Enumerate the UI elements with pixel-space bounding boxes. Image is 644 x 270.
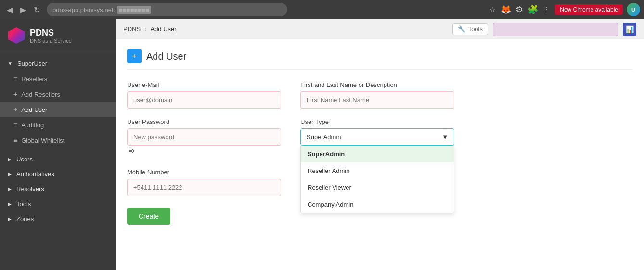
main-content: PDNS › Add User 🔧 Tools 📊 + [116,19,644,270]
profile-avatar[interactable]: U [627,3,640,16]
name-label: First and Last Name or Description [300,81,454,88]
sidebar-item-label: Add Resellers [21,91,60,98]
breadcrumb-root[interactable]: PDNS [123,25,141,33]
breadcrumb-separator: › [144,25,146,33]
sidebar-item-label: Auditlog [21,122,44,129]
password-label: User Password [127,118,281,125]
email-group: User e-Mail [127,81,281,109]
back-button[interactable]: ◀ [4,3,15,16]
sidebar-item-label: Resellers [21,75,47,83]
sidebar-item-label: Add User [21,106,47,113]
chevron-right-icon: ▶ [8,157,12,162]
dropdown-option-reseller-viewer[interactable]: Reseller Viewer [301,179,454,196]
sidebar: PDNS DNS as a Service ▼ SuperUser ≡ Rese… [0,19,116,270]
list-icon: ≡ [13,121,17,129]
reload-button[interactable]: ↻ [31,3,43,16]
user-type-select-wrapper: SuperAdmin ▼ SuperAdmin Reseller Admin R… [300,128,454,146]
password-input[interactable] [127,128,281,146]
browser-icons: ☆ 🦊 ⚙ 🧩 ⋮ New Chrome available U [488,3,640,16]
app-subtitle: DNS as a Service [30,38,72,44]
list-icon: ≡ [13,75,17,83]
url-highlight: ■■■■■■■■ [117,6,151,14]
sidebar-item-label: Global Whitelist [21,137,64,144]
tools-icon: 🔧 [458,25,465,33]
plus-icon: + [13,106,17,113]
sidebar-group-label: Resolvers [16,185,44,193]
dropdown-option-company-admin[interactable]: Company Admin [301,196,454,213]
selected-option: SuperAdmin [307,134,341,141]
page-title: Add User [146,51,186,62]
extension-icon[interactable]: 🧩 [528,5,538,14]
top-search-input[interactable] [493,23,618,36]
sidebar-group-zones[interactable]: ▶ Zones [0,211,116,226]
tools-button[interactable]: 🔧 Tools [452,23,488,35]
sidebar-group-label: Authoritatives [16,171,54,178]
name-group: First and Last Name or Description [300,81,454,109]
url-prefix: pdns-app.planisys.net: [52,6,115,13]
firefox-icon[interactable]: 🦊 [501,5,511,14]
sidebar-superuser-section: ▼ SuperUser ≡ Resellers + Add Resellers … [0,52,116,152]
eye-icon[interactable]: 👁 [127,147,135,156]
sidebar-item-add-resellers[interactable]: + Add Resellers [0,86,116,102]
user-type-dropdown: SuperAdmin Reseller Admin Reseller Viewe… [300,146,454,213]
top-bar-right: 🔧 Tools 📊 [452,23,636,36]
sidebar-group-superuser[interactable]: ▼ SuperUser [0,56,116,71]
page-content: + Add User User e-Mail First and Last Na… [116,39,644,270]
sidebar-item-auditlog[interactable]: ≡ Auditlog [0,117,116,133]
chevron-right-icon: ▶ [8,216,12,221]
mobile-input[interactable] [127,179,281,196]
sidebar-group-label: Zones [16,215,34,222]
sidebar-item-resellers[interactable]: ≡ Resellers [0,71,116,86]
logo-cube [8,27,25,44]
create-button[interactable]: Create [127,208,170,225]
top-bar: PDNS › Add User 🔧 Tools 📊 [116,19,644,39]
sidebar-group-label: Users [16,156,33,163]
sidebar-item-global-whitelist[interactable]: ≡ Global Whitelist [0,133,116,148]
chevron-down-icon: ▼ [8,61,13,66]
add-user-icon: + [127,49,142,63]
plus-icon: + [132,52,136,61]
user-type-label: User Type [300,118,454,125]
breadcrumb: PDNS › Add User [123,25,177,33]
name-input[interactable] [300,91,454,109]
sidebar-group-tools[interactable]: ▶ Tools [0,196,116,211]
dropdown-option-superadmin[interactable]: SuperAdmin [301,146,454,162]
add-user-form: User e-Mail First and Last Name or Descr… [127,81,454,196]
breadcrumb-current: Add User [150,25,176,33]
sidebar-group-authoritatives[interactable]: ▶ Authoritatives [0,167,116,182]
tools-label: Tools [468,25,483,33]
chevron-right-icon: ▶ [8,201,12,207]
chevron-right-icon: ▶ [8,186,12,192]
chevron-right-icon: ▶ [8,172,12,177]
star-icon[interactable]: ☆ [488,5,497,14]
user-type-select[interactable]: SuperAdmin ▼ [300,128,454,146]
password-group: User Password 👁 [127,118,281,146]
app-container: PDNS DNS as a Service ▼ SuperUser ≡ Rese… [0,19,644,270]
address-bar[interactable]: pdns-app.planisys.net: ■■■■■■■■ [47,3,287,16]
logo-text: PDNS DNS as a Service [30,28,72,44]
mobile-label: Mobile Number [127,169,281,176]
sidebar-item-add-user[interactable]: + Add User [0,102,116,117]
user-type-group: User Type SuperAdmin ▼ SuperAdmin Resell… [300,118,454,146]
browser-bar: ◀ ▶ ↻ pdns-app.planisys.net: ■■■■■■■■ ☆ … [0,0,644,19]
forward-button[interactable]: ▶ [17,3,29,16]
logo-icon [8,27,25,44]
email-input[interactable] [127,91,281,109]
sidebar-logo: PDNS DNS as a Service [0,19,116,52]
profile-initials: U [631,7,635,12]
browser-nav: ◀ ▶ ↻ [4,3,43,16]
sidebar-group-label: Tools [16,200,31,208]
dropdown-arrow-icon: ▼ [442,134,448,141]
dropdown-option-reseller-admin[interactable]: Reseller Admin [301,162,454,179]
chrome-icon[interactable]: ⚙ [515,5,524,14]
menu-icon[interactable]: ⋮ [541,5,551,14]
new-chrome-button[interactable]: New Chrome available [555,4,623,15]
sidebar-group-resolvers[interactable]: ▶ Resolvers [0,182,116,196]
chart-icon[interactable]: 📊 [623,23,636,36]
superuser-label: SuperUser [17,60,47,67]
sidebar-group-users[interactable]: ▶ Users [0,152,116,167]
mobile-group: Mobile Number [127,169,281,196]
password-wrapper: 👁 [127,128,281,146]
list-icon: ≡ [13,136,17,144]
page-header: + Add User [127,49,632,70]
